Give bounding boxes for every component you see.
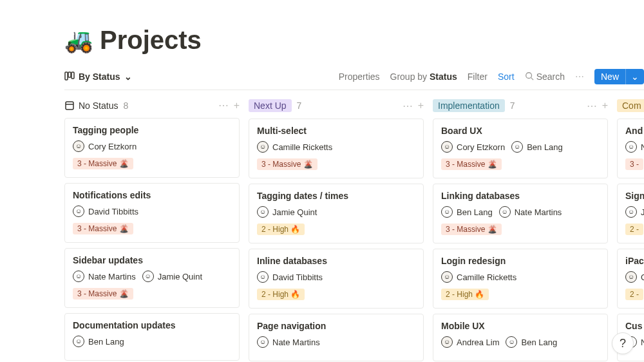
card-people: ☺N [625,141,644,153]
card-title: Sign [625,191,644,201]
view-switcher[interactable]: By Status ⌄ [64,71,132,83]
svg-rect-2 [71,72,74,79]
person: ☺Cory Etzkorn [441,141,505,153]
person-name: David Tibbitts [88,207,138,216]
column-status-tag[interactable]: Next Up [249,99,292,112]
new-button[interactable]: New ⌄ [594,69,644,84]
avatar: ☺ [73,205,84,217]
svg-rect-5 [66,102,73,110]
card[interactable]: Documentation updates☺Ben Lang [64,313,240,361]
avatar: ☺ [257,336,269,348]
sort-button[interactable]: Sort [498,71,515,82]
card-people: ☺Cory Etzkorn [73,140,231,152]
card[interactable]: Inline databases☺David Tibbitts2 - High … [249,249,424,309]
help-button[interactable]: ? [612,332,634,354]
column-add-icon[interactable]: + [418,100,424,111]
card[interactable]: Board UX☺Cory Etzkorn☺Ben Lang3 - Massiv… [433,119,608,178]
new-button-caret[interactable]: ⌄ [625,69,644,84]
properties-button[interactable]: Properties [339,71,380,82]
card-title: Sidebar updates [73,255,231,265]
chevron-down-icon: ⌄ [124,71,132,82]
more-icon[interactable]: ⋯ [575,71,584,82]
priority-badge: 3 - Massive 🌋 [73,158,133,169]
column-next_up: Next Up7⋯+Multi-select☺Camille Ricketts3… [249,99,424,362]
column-count: 8 [123,100,128,111]
avatar: ☺ [257,271,269,283]
avatar: ☺ [73,271,84,282]
column-more-icon[interactable]: ⋯ [218,99,229,111]
priority-badge: 3 - [625,158,643,170]
card-people: ☺Ben Lang☺Nate Martins [441,206,600,218]
card[interactable]: iPac☺C2 - [617,249,644,309]
column-add-icon[interactable]: + [234,100,240,111]
avatar: ☺ [73,336,84,347]
priority-badge: 2 - [625,289,643,300]
search-input[interactable]: Search [525,71,565,82]
group-by-button[interactable]: Group by Status [390,71,457,82]
person: ☺Camille Ricketts [257,141,332,153]
card[interactable]: Tagging dates / times☺Jamie Quint2 - Hig… [249,184,424,243]
person-name: Jamie Quint [272,207,317,217]
forward-icon[interactable]: › [82,0,94,1]
person: ☺Ben Lang [511,141,563,153]
card-title: Tagging people [73,125,231,135]
card[interactable]: Linking databases☺Ben Lang☺Nate Martins3… [433,184,608,243]
column-no_status: No Status8⋯+Tagging people☺Cory Etzkorn3… [64,99,240,362]
card-title: Page navigation [257,321,415,331]
avatar: ☺ [499,206,511,218]
column-status-tag[interactable]: Implementation [433,99,505,112]
avatar: ☺ [511,141,523,153]
avatar: ☺ [625,271,637,283]
database-toolbar: By Status ⌄ Properties Group by Status F… [64,69,644,90]
svg-rect-1 [68,72,71,77]
page-icon[interactable]: 🚜 [64,27,93,54]
column-more-icon[interactable]: ⋯ [402,100,413,112]
card-title: Documentation updates [73,320,231,330]
card[interactable]: Login redesign☺Camille Ricketts2 - High … [433,249,608,309]
avatar: ☺ [625,141,637,153]
svg-point-3 [526,72,531,78]
sidebar-toggle-icon[interactable]: ☰ [49,0,61,1]
card[interactable]: Multi-select☺Camille Ricketts3 - Massive… [249,119,424,178]
card-people: ☺Camille Ricketts [257,141,415,153]
card-people: ☺J [625,206,644,218]
card-title: Inline databases [257,256,415,266]
person-name: David Tibbitts [272,272,323,282]
person: ☺N [625,141,644,153]
group-by-value: Status [430,71,457,82]
card-people: ☺Jamie Quint [257,206,415,218]
person: ☺J [625,206,644,218]
person-name: Ben Lang [88,337,124,347]
card[interactable]: Notifications edits☺David Tibbitts3 - Ma… [64,183,240,243]
column-header: No Status8⋯+ [64,99,240,111]
card-people: ☺C [625,271,644,283]
column-label[interactable]: No Status [64,100,118,111]
filter-button[interactable]: Filter [468,71,488,82]
column-more-icon[interactable]: ⋯ [587,100,597,112]
person: ☺Cory Etzkorn [73,140,137,152]
person-name: Nate Martins [88,272,136,281]
card[interactable]: Sign☺J2 - [617,184,644,243]
card-title: iPac [625,256,644,266]
page-title-text[interactable]: Projects [100,26,202,55]
card[interactable]: Tagging people☺Cory Etzkorn3 - Massive 🌋 [64,118,240,178]
view-label: By Status [79,71,120,82]
card[interactable]: Sidebar updates☺Nate Martins☺Jamie Quint… [64,248,240,308]
column-implementation: Implementation7⋯+Board UX☺Cory Etzkorn☺B… [433,99,608,362]
card[interactable]: Page navigation☺Nate Martins [249,314,424,361]
card-title: Multi-select [257,126,415,136]
column-add-icon[interactable]: + [602,100,608,111]
card-people: ☺Cory Etzkorn☺Ben Lang [441,141,600,153]
person-name: Nate Martins [272,338,320,347]
page-title: 🚜 Projects [64,26,644,55]
back-icon[interactable]: ‹ [66,0,77,1]
card[interactable]: And☺N3 - [617,119,644,178]
person-name: C [641,272,644,282]
priority-badge: 3 - Massive 🌋 [441,224,502,235]
search-placeholder: Search [536,71,565,82]
column-count: 7 [510,100,515,111]
column-status-tag[interactable]: Com [617,99,644,112]
person-name: J [641,207,644,217]
card[interactable]: Mobile UX☺Andrea Lim☺Ben Lang [433,314,608,361]
column-header: Next Up7⋯+ [249,99,424,112]
